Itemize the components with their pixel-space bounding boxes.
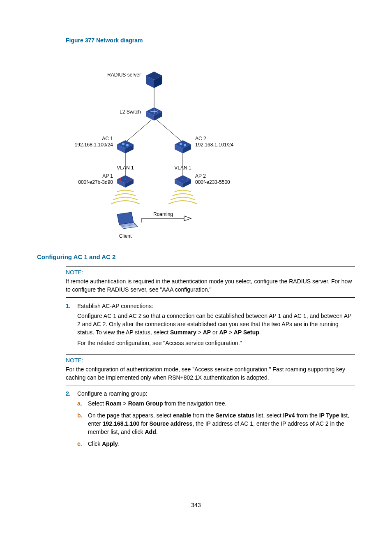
svg-point-22 [184, 144, 186, 146]
step-1: 1. Establish AC-AP connections: Configur… [66, 303, 355, 350]
step2-b: b. On the page that appears, select enab… [77, 411, 355, 436]
note-2: NOTE: For the configuration of authentic… [66, 354, 355, 386]
figure-title: Figure 377 Network diagram [66, 37, 355, 44]
svg-line-1 [125, 118, 154, 142]
note-1: NOTE: If remote authentication is requir… [66, 266, 355, 298]
l2switch-label: L2 Switch [120, 109, 141, 115]
step1-p2: For the related configuration, see "Acce… [77, 339, 355, 347]
svg-point-16 [122, 143, 125, 145]
step1-title: Establish AC-AP connections: [77, 303, 355, 309]
ac2-name: AC 2 [195, 136, 206, 141]
alpha-marker: b. [77, 411, 88, 436]
page-number: 343 [0, 502, 392, 508]
ac1-ip: 192.168.1.100/24 [75, 142, 113, 148]
ac1-name: AC 1 [102, 136, 113, 141]
note-text: For the configuration of authentication … [66, 365, 355, 382]
ap1-mac: 000f-e27b-3d90 [78, 179, 113, 185]
svg-point-21 [180, 143, 182, 145]
svg-line-2 [154, 118, 183, 142]
svg-point-17 [126, 144, 129, 146]
ap2-name: AP 2 [195, 173, 206, 179]
note-label: NOTE: [66, 357, 355, 364]
vlan1-right: VLAN 1 [174, 165, 191, 171]
note-text: If remote authentication is required in … [66, 277, 355, 294]
alpha-marker: a. [77, 399, 88, 408]
list-marker: 1. [66, 303, 77, 350]
alpha-marker: c. [77, 440, 88, 448]
ap2-mac: 000f-e233-5500 [195, 179, 230, 185]
step2-a: a. Select Roam > Roam Group from the nav… [77, 399, 355, 408]
step2-c: c. Click Apply. [77, 440, 355, 448]
svg-point-26 [125, 178, 126, 180]
ap1-name: AP 1 [102, 173, 113, 179]
list-marker: 2. [66, 390, 77, 451]
svg-point-30 [182, 178, 183, 180]
radius-label: RADIUS server [107, 72, 141, 78]
roaming-label: Roaming [153, 211, 173, 217]
step1-p1: Configure AC 1 and AC 2 so that a connec… [77, 312, 355, 337]
vlan1-left: VLAN 1 [117, 165, 134, 171]
network-diagram: RADIUS server L2 Switch AC 1 192.168.1.1… [66, 48, 242, 241]
step2-title: Configure a roaming group: [77, 390, 355, 397]
section-heading: Configuring AC 1 and AC 2 [37, 253, 355, 260]
client-label: Client [119, 233, 132, 239]
svg-marker-36 [184, 216, 191, 221]
note-label: NOTE: [66, 269, 355, 276]
step-2: 2. Configure a roaming group: a. Select … [66, 390, 355, 451]
ac2-ip: 192.168.1.101/24 [195, 142, 234, 148]
